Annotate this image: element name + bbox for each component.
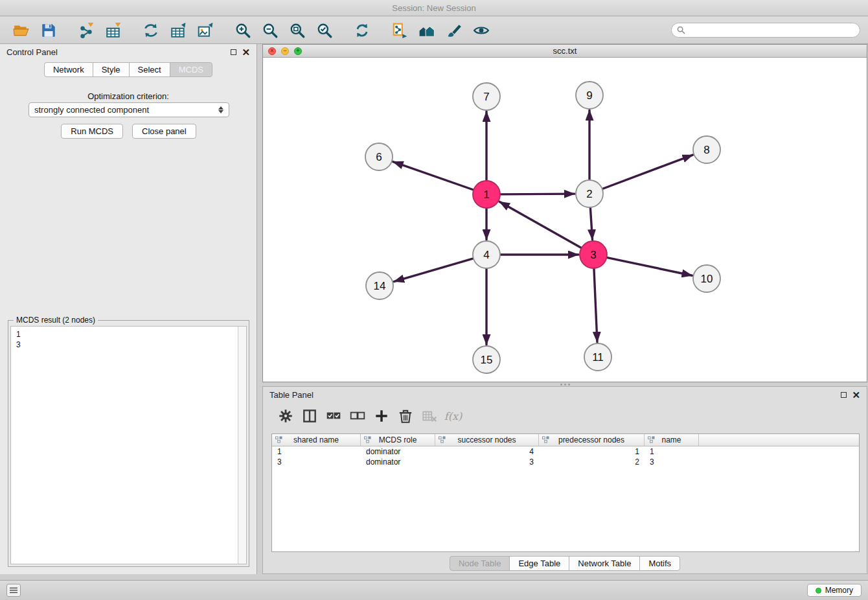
export-table-icon[interactable]: [165, 19, 192, 42]
column-header-shared-name[interactable]: shared name: [272, 434, 361, 446]
import-table-from-file-icon[interactable]: [100, 19, 127, 42]
result-line: 1: [16, 329, 233, 340]
table-tabs: Node TableEdge TableNetwork TableMotifs: [263, 556, 867, 571]
column-header-successor-nodes[interactable]: successor nodes: [435, 434, 539, 446]
window-zoom-icon[interactable]: +: [294, 47, 302, 55]
result-scrollbar[interactable]: [238, 327, 246, 564]
zoom-out-icon[interactable]: [257, 19, 284, 42]
tab-mcds[interactable]: MCDS: [170, 62, 212, 77]
function-builder-icon: f(x): [441, 406, 465, 426]
tab-style[interactable]: Style: [93, 62, 130, 77]
table-row[interactable]: 3dominator323: [272, 457, 859, 467]
zoom-fit-icon[interactable]: [284, 19, 311, 42]
tab-node-table[interactable]: Node Table: [450, 556, 510, 571]
zoom-selected-icon[interactable]: [311, 19, 338, 42]
zoom-in-icon[interactable]: [229, 19, 257, 42]
search-input[interactable]: [689, 25, 854, 36]
open-file-icon[interactable]: [8, 19, 35, 42]
tab-select[interactable]: Select: [129, 62, 170, 77]
table-cell[interactable]: 3: [272, 457, 361, 467]
close-panel-button[interactable]: Close panel: [132, 124, 196, 139]
table-cell[interactable]: 2: [539, 457, 645, 467]
export-image-icon[interactable]: [192, 19, 219, 42]
memory-label: Memory: [825, 586, 853, 595]
column-header-MCDS-role[interactable]: MCDS role: [361, 434, 435, 446]
graph-node-label-14: 14: [374, 280, 386, 292]
column-header-label: shared name: [293, 435, 339, 444]
graph-edge-1-6[interactable]: [393, 162, 474, 190]
network-window-title: scc.txt: [263, 46, 867, 56]
apply-preferred-layout-icon[interactable]: [348, 19, 376, 42]
graph-edge-2-8[interactable]: [603, 155, 693, 189]
graph-node-label-7: 7: [483, 91, 489, 103]
graph-edge-3-10[interactable]: [608, 258, 692, 276]
network-from-selection-icon[interactable]: [386, 19, 413, 42]
export-network-icon[interactable]: [137, 19, 165, 42]
graph-edge-2-3[interactable]: [590, 208, 592, 240]
tab-network-table[interactable]: Network Table: [569, 556, 640, 571]
table-rows: 1dominator4113dominator323: [272, 446, 859, 467]
search-box[interactable]: [671, 23, 860, 38]
main-toolbar: [0, 17, 868, 44]
panel-menu-button[interactable]: [6, 584, 21, 597]
network-window-titlebar[interactable]: scc.txt × − +: [263, 45, 867, 58]
first-neighbors-icon[interactable]: [413, 19, 440, 42]
apply-style-icon[interactable]: [440, 19, 468, 42]
deselect-all-columns-icon[interactable]: [345, 406, 369, 426]
toolbar-group: [8, 19, 62, 42]
table-cell[interactable]: 1: [645, 447, 699, 456]
tab-network[interactable]: Network: [44, 62, 93, 77]
run-mcds-button[interactable]: Run MCDS: [61, 124, 123, 139]
float-table-panel-icon[interactable]: [841, 392, 847, 398]
save-session-icon[interactable]: [35, 19, 62, 42]
delete-column-icon[interactable]: [393, 406, 417, 426]
select-all-columns-icon[interactable]: [321, 406, 345, 426]
tab-motifs[interactable]: Motifs: [639, 556, 680, 571]
memory-button[interactable]: Memory: [807, 584, 862, 597]
mcds-result-lines: 13: [11, 327, 238, 564]
table-cell[interactable]: 4: [435, 447, 539, 456]
tab-edge-table[interactable]: Edge Table: [509, 556, 569, 571]
mcds-result-box[interactable]: 13: [10, 326, 247, 564]
criterion-dropdown[interactable]: strongly connected component: [29, 102, 229, 117]
table-row[interactable]: 1dominator411: [272, 446, 859, 457]
toolbar-group: [229, 19, 338, 42]
import-network-from-file-icon[interactable]: [73, 19, 100, 42]
graph-node-label-4: 4: [483, 249, 489, 261]
graph-edge-4-14[interactable]: [394, 259, 473, 281]
table-cell[interactable]: 1: [539, 447, 645, 456]
session-title: Session: New Session: [392, 3, 475, 13]
table-header-row: shared nameMCDS rolesuccessor nodesprede…: [272, 434, 859, 446]
close-panel-icon[interactable]: ✕: [242, 49, 250, 55]
graph-edge-3-11[interactable]: [594, 269, 597, 342]
table-cell[interactable]: 1: [272, 447, 361, 456]
list-icon: [10, 587, 17, 594]
dropdown-arrows-icon: [218, 106, 223, 113]
graph-edge-3-1[interactable]: [499, 202, 581, 248]
window-close-icon[interactable]: ×: [268, 47, 276, 55]
table-cell[interactable]: 3: [645, 457, 699, 467]
column-header-label: name: [661, 435, 681, 444]
graph-edge-1-2[interactable]: [501, 194, 575, 194]
column-header-name[interactable]: name: [645, 434, 699, 446]
graph-node-label-6: 6: [376, 151, 382, 163]
table-cell[interactable]: 3: [435, 457, 539, 467]
float-panel-icon[interactable]: [231, 49, 236, 55]
toolbar-group: [386, 19, 495, 42]
create-column-icon[interactable]: [369, 406, 393, 426]
window-minimize-icon[interactable]: −: [281, 47, 289, 55]
optimization-criterion-label: Optimization criterion:: [0, 91, 257, 101]
titlebar[interactable]: Session: New Session: [0, 0, 868, 16]
network-canvas-area[interactable]: 7968124314101511: [263, 58, 867, 382]
column-chooser-icon[interactable]: [297, 406, 321, 426]
column-header-label: predecessor nodes: [558, 435, 624, 444]
column-header-predecessor-nodes[interactable]: predecessor nodes: [539, 434, 645, 446]
network-graph[interactable]: 7968124314101511: [263, 58, 867, 382]
table-cell[interactable]: dominator: [361, 447, 435, 456]
control-panel: Control Panel ✕ NetworkStyleSelectMCDS O…: [0, 44, 257, 574]
close-table-panel-icon[interactable]: ✕: [852, 392, 860, 398]
show-graphics-details-icon[interactable]: [468, 19, 495, 42]
table-cell[interactable]: dominator: [361, 457, 435, 467]
application-window: Session: New Session Control Panel ✕ Net…: [0, 0, 868, 600]
column-settings-gear-icon[interactable]: [273, 406, 297, 426]
